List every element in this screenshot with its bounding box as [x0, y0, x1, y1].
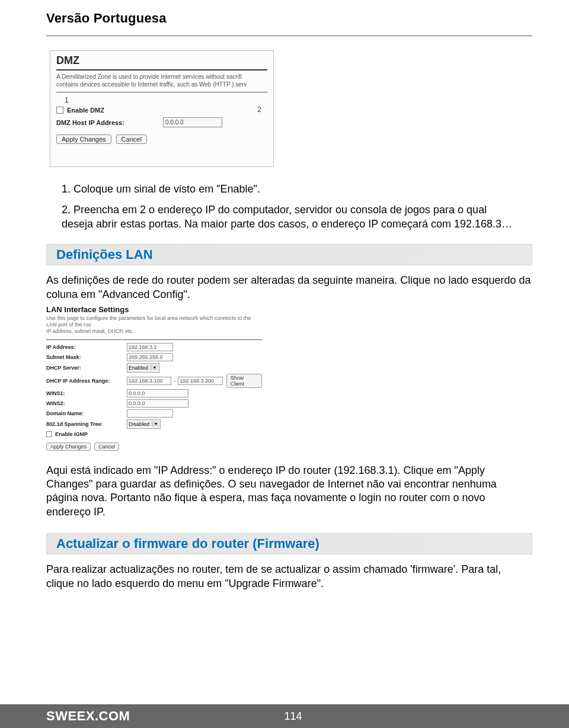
chevron-down-icon: ▾ [151, 365, 158, 370]
footer-band: SWEEX.COM 114 [0, 704, 569, 728]
lan-section-band: Definições LAN [46, 244, 532, 265]
enable-dmz-checkbox[interactable] [56, 107, 63, 114]
spanning-tree-label: 802.1d Spanning Tree: [46, 421, 127, 427]
firmware-section-band: Actualizar o firmware do router (Firmwar… [46, 533, 532, 554]
show-client-button[interactable]: Show Client [226, 374, 262, 388]
dmz-host-input[interactable]: 0.0.0.0 [163, 117, 222, 127]
dmz-description: A Demilitarized Zone is used to provide … [50, 73, 273, 88]
dmz-marker-1: 1 [65, 96, 69, 104]
enable-igmp-checkbox[interactable] [46, 431, 52, 437]
chevron-down-icon: ▾ [152, 421, 159, 426]
enable-igmp-label: Enable IGMP [55, 431, 88, 437]
dhcp-server-select[interactable]: Enabled ▾ [127, 363, 159, 373]
spanning-tree-select[interactable]: Disabled ▾ [127, 419, 161, 429]
cancel-button[interactable]: Cancel [116, 134, 147, 144]
dmz-marker-2: 2 [257, 105, 261, 114]
dhcp-range-label: DHCP IP Address Range: [46, 378, 127, 384]
lan-intro-text: As definições de rede do router podem se… [46, 274, 532, 302]
apply-changes-button[interactable]: Apply Changes [56, 134, 111, 144]
title-divider [46, 36, 532, 36]
dmz-panel-title: DMZ [50, 51, 273, 68]
domain-name-input[interactable] [127, 409, 173, 418]
lan-section-heading: Definições LAN [56, 247, 525, 262]
enable-dmz-label: Enable DMZ [67, 107, 104, 114]
lan-apply-changes-button[interactable]: Apply Changes [46, 442, 91, 451]
page-title: Versão Portuguesa [46, 11, 532, 26]
firmware-section-heading: Actualizar o firmware do router (Firmwar… [56, 536, 525, 551]
lan-divider [46, 339, 262, 340]
domain-name-label: Domain Name: [46, 410, 127, 416]
subnet-mask-label: Subnet Mask: [46, 354, 127, 360]
dmz-host-label: DMZ Host IP Address: [56, 119, 163, 126]
subnet-mask-input[interactable]: 255.255.255.0 [127, 353, 173, 361]
range-dash: - [174, 378, 175, 384]
dmz-divider-1 [56, 69, 267, 70]
dhcp-server-value: Enabled [129, 365, 148, 371]
dhcp-range-to-input[interactable]: 192.168.3.200 [178, 377, 222, 385]
step-2-text: 2. Preencha em 2 o endereço IP do comput… [62, 203, 532, 231]
footer-logo: SWEEX.COM [46, 708, 130, 724]
dhcp-range-from-input[interactable]: 192.168.3.100 [127, 377, 171, 385]
dmz-panel: DMZ A Demilitarized Zone is used to prov… [50, 50, 274, 167]
wins1-label: WINS1: [46, 390, 127, 396]
wins2-input[interactable]: 0.0.0.0 [127, 399, 188, 408]
wins2-label: WINS2: [46, 400, 127, 406]
lan-description: Use this page to configure the parameter… [46, 315, 262, 338]
lan-panel-title: LAN Interface Settings [46, 304, 262, 315]
ip-address-input[interactable]: 192.168.3.1 [127, 343, 173, 351]
step-1-text: 1. Coloque um sinal de visto em "Enable"… [62, 182, 532, 196]
dhcp-server-label: DHCP Server: [46, 365, 127, 371]
wins1-input[interactable]: 0.0.0.0 [127, 389, 188, 397]
spanning-tree-value: Disabled [129, 421, 149, 427]
lan-cancel-button[interactable]: Cancel [94, 442, 119, 451]
dmz-divider-2 [56, 92, 267, 92]
firmware-paragraph: Para realizar actualizações no router, t… [46, 563, 532, 591]
footer-page-number: 114 [284, 710, 302, 723]
lan-panel: LAN Interface Settings Use this page to … [46, 304, 262, 451]
ip-address-paragraph: Aqui está indicado em "IP Address:" o en… [46, 464, 532, 519]
ip-address-label: IP Address: [46, 344, 127, 350]
